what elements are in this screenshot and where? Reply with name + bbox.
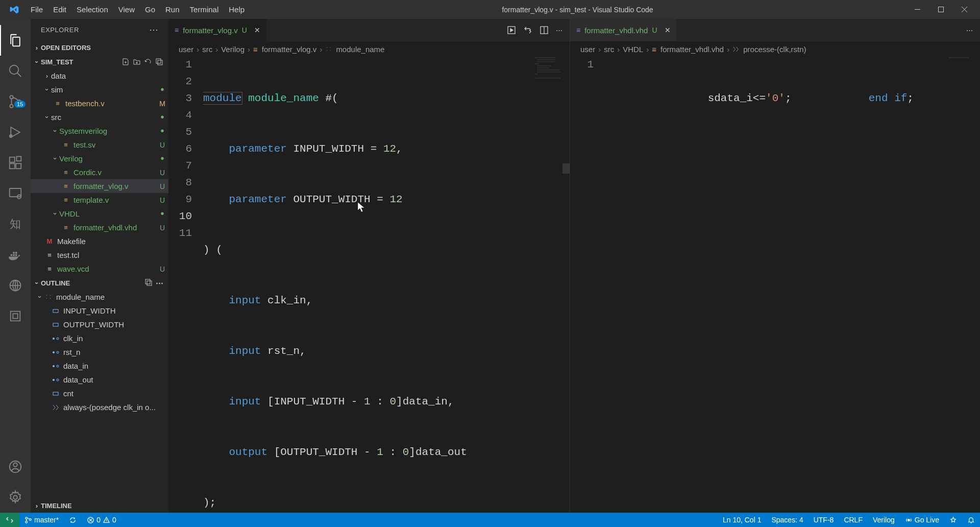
activity-remote-explorer[interactable] [0,270,31,301]
code-area-right[interactable]: 1 sdata_i<='0'; end if; [570,56,980,513]
sidebar-more-icon[interactable]: ⋯ [149,24,159,35]
code-text[interactable]: sdata_i<='0'; end if; [605,56,980,513]
tree-file-makefile[interactable]: M Makefile [31,234,168,248]
crumb-symbol[interactable]: module_name [336,45,384,54]
more-icon[interactable]: ⋯ [156,278,163,288]
new-folder-icon[interactable] [133,58,141,66]
menu-selection[interactable]: Selection [71,3,113,16]
outline-always[interactable]: always-(posedge clk_in o... [31,400,168,414]
menu-go[interactable]: Go [140,3,160,16]
tree-file-testsv[interactable]: ≡ test.sv U [31,138,168,152]
menu-edit[interactable]: Edit [48,3,71,16]
crumb-verilog[interactable]: Verilog [221,45,244,54]
run-icon[interactable] [507,26,516,35]
status-sync[interactable] [64,513,82,527]
crumb-user[interactable]: user [179,45,193,54]
tree-folder-verilog[interactable]: › Verilog • [31,152,168,165]
tab-formatter-vhdl[interactable]: ≡ formatter_vhdl.vhd U ✕ [570,19,677,41]
crumb-file[interactable]: formatter_vlog.v [262,45,317,54]
code-area-left[interactable]: 1 2 3 4 5 6 7 8 9 10 11 module module_na… [168,56,570,513]
refresh-icon[interactable] [144,58,152,66]
outline-input-width[interactable]: INPUT_WIDTH [31,304,168,318]
tree-folder-systemverilog[interactable]: › Systemverilog • [31,124,168,138]
outline-data-out[interactable]: data_out [31,373,168,387]
tree-file-testbench[interactable]: ≡ testbench.v M [31,97,168,110]
tree-folder-src[interactable]: › src • [31,110,168,124]
more-icon[interactable]: ⋯ [966,27,973,34]
code-text[interactable]: module module_name #( parameter INPUT_WI… [203,56,570,513]
tab-formatter-vlog[interactable]: ≡ formatter_vlog.v U ✕ [168,19,267,41]
crumb-src[interactable]: src [604,45,614,54]
tree-file-vcd[interactable]: ≡ wave.vcd U [31,262,168,276]
crumb-symbol[interactable]: processe-(clk,rstn) [743,45,806,54]
outline-clk-in[interactable]: clk_in [31,331,168,345]
tree-folder-vhdl[interactable]: › VHDL • [31,207,168,221]
outline-output-width[interactable]: OUTPUT_WIDTH [31,318,168,331]
activity-settings[interactable] [0,482,31,513]
status-golive[interactable]: Go Live [900,513,944,527]
status-spaces[interactable]: Spaces: 4 [766,513,808,527]
outline-rst-n[interactable]: rst_n [31,345,168,359]
close-button[interactable] [952,2,976,17]
section-workspace[interactable]: › SIM_TEST [31,55,168,69]
minimize-button[interactable] [905,2,929,17]
tree-file-formatter-vhdl[interactable]: ≡ formatter_vhdl.vhd U [31,221,168,234]
crumb-vhdl[interactable]: VHDL [623,45,643,54]
status-branch[interactable]: master* [19,513,64,527]
minimap[interactable] [533,56,564,513]
diff-icon[interactable] [523,26,532,35]
crumb-user[interactable]: user [580,45,595,54]
activity-account[interactable] [0,451,31,482]
breadcrumb[interactable]: user › src › VHDL › ≡ formatter_vhdl.vhd… [570,42,980,56]
activity-remote[interactable] [0,178,31,209]
crumb-src[interactable]: src [202,45,212,54]
activity-search[interactable] [0,56,31,86]
tree-file-template[interactable]: ≡ template.v U [31,193,168,207]
activity-docker[interactable] [0,239,31,270]
status-feedback[interactable] [944,513,962,527]
status-problems[interactable]: 0 0 [82,513,121,527]
activity-extensions[interactable] [0,148,31,178]
status-bell[interactable] [962,513,980,527]
breadcrumb[interactable]: user › src › Verilog › ≡ formatter_vlog.… [168,42,570,56]
tree-file-tcl[interactable]: ≡ test.tcl [31,248,168,262]
menu-terminal[interactable]: Terminal [185,3,224,16]
tab-label: formatter_vhdl.vhd [584,26,648,35]
status-language[interactable]: Verilog [868,513,900,527]
status-encoding[interactable]: UTF-8 [808,513,839,527]
outline-data-in[interactable]: data_in [31,359,168,373]
section-outline[interactable]: › OUTLINE ⋯ [31,276,168,290]
menu-file[interactable]: File [26,3,48,16]
minimap[interactable] [943,56,974,513]
menu-view[interactable]: View [113,3,140,16]
new-file-icon[interactable] [121,58,130,66]
split-icon[interactable] [540,26,549,35]
activity-zhi[interactable]: 知 [0,209,31,239]
outline-module[interactable]: › module_name [31,290,168,304]
more-icon[interactable]: ⋯ [556,27,562,34]
menu-help[interactable]: Help [224,3,250,16]
activity-outline-extra[interactable] [0,301,31,331]
close-icon[interactable]: ✕ [254,26,260,34]
activity-explorer[interactable] [0,25,31,56]
status-lncol[interactable]: Ln 10, Col 1 [718,513,767,527]
status-remote[interactable] [0,513,19,527]
menu-run[interactable]: Run [160,3,185,16]
scrollbar-marker[interactable] [562,163,570,174]
section-timeline[interactable]: › TIMELINE [31,498,168,513]
close-icon[interactable]: ✕ [665,26,671,34]
tree-folder-sim[interactable]: › sim • [31,83,168,97]
outline-label: OUTPUT_WIDTH [63,320,168,329]
section-open-editors[interactable]: › OPEN EDITORS [31,40,168,55]
collapse-icon[interactable] [144,278,153,288]
activity-run[interactable] [0,117,31,148]
crumb-file[interactable]: formatter_vhdl.vhd [660,45,724,54]
status-eol[interactable]: CRLF [839,513,868,527]
tree-file-formatter-vlog[interactable]: ≡ formatter_vlog.v U [31,179,168,193]
maximize-button[interactable] [929,2,952,17]
collapse-all-icon[interactable] [155,58,163,66]
activity-scm[interactable]: 15 [0,86,31,117]
tree-folder-data[interactable]: › data [31,69,168,83]
tree-file-cordic[interactable]: ≡ Cordic.v U [31,165,168,179]
outline-cnt[interactable]: cnt [31,387,168,400]
